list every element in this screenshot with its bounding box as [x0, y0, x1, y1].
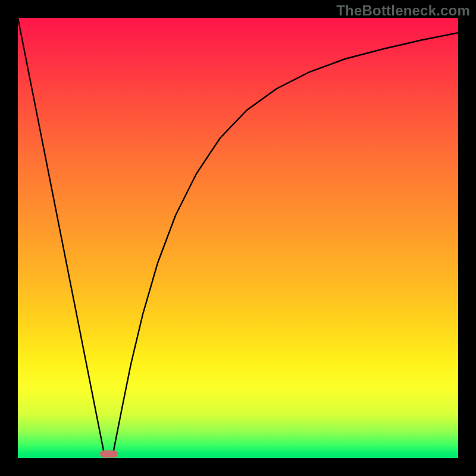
curve-svg [18, 18, 458, 458]
watermark-text: TheBottleneck.com [336, 2, 470, 19]
chart-frame: TheBottleneck.com [0, 0, 476, 476]
minimum-marker [100, 450, 118, 458]
plot-area [18, 18, 458, 458]
curve-left-segment [18, 18, 104, 453]
curve-right-segment [113, 33, 458, 453]
